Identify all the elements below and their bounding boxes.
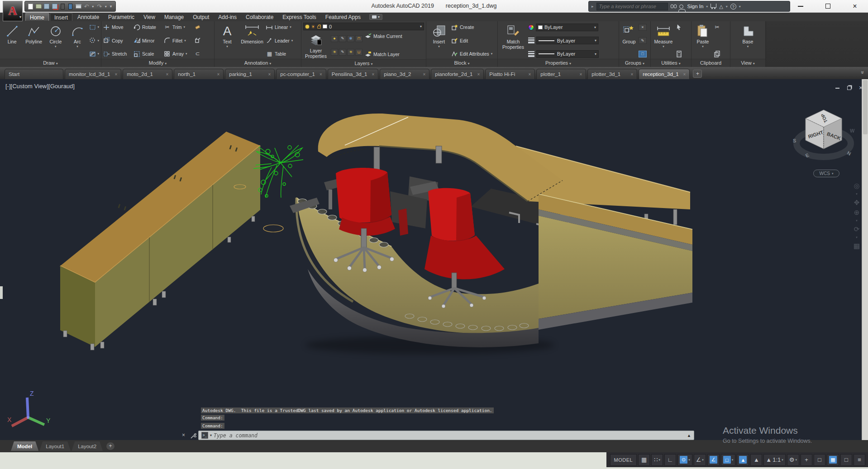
tab-overflow-icon[interactable]: » [860,71,866,74]
maximize-button[interactable] [821,2,835,11]
exchange-dropdown-icon[interactable]: ▾ [726,5,728,9]
file-tab[interactable]: Pensilina_3d_1× [328,69,379,79]
copy-clip-button[interactable] [714,50,720,57]
explode-button[interactable] [194,37,201,44]
quick-select-button[interactable] [676,24,682,31]
viewport-controls-label[interactable]: [-][Custom View][Gouraud] [5,83,75,90]
linear-dimension-button[interactable]: Linear▾ [266,24,293,31]
tab-view[interactable]: View [139,13,159,21]
layer-properties-button[interactable]: Layer Properties [303,32,329,59]
viewport-restore-button[interactable] [846,85,852,91]
panel-label-layers[interactable]: Layers ▾ [301,59,426,67]
plot-button[interactable] [76,3,82,10]
copy-button[interactable]: Copy [103,37,132,44]
layer-lock-button[interactable]: ⊓ [355,35,362,42]
ellipse-button[interactable]: ▾ [89,37,100,44]
offset-button[interactable]: ⊂ [194,50,201,57]
search-input[interactable] [596,3,668,10]
measure-button[interactable]: Measure ▾ [653,23,674,58]
drawing-canvas[interactable]: Z X Y [0,79,868,440]
base-button[interactable]: Base ▾ [737,23,759,58]
group-selection-toggle[interactable]: □ [639,50,647,57]
paste-button[interactable]: Paste ▾ [693,23,712,58]
erase-button[interactable] [194,24,201,31]
array-button[interactable]: Array▾ [164,50,193,57]
tab-insert[interactable]: Insert [50,13,72,21]
file-tab[interactable]: moto_2d_1× [123,69,172,79]
layer-dropdown[interactable]: ☀ 0 ▾ [303,23,424,30]
file-tab[interactable]: Piatto Hi-Fi× [485,69,535,79]
panel-label-utilities[interactable]: Utilities ▾ [651,59,691,67]
save-to-mobile-button[interactable] [67,3,74,10]
dimension-button[interactable]: Dimension [239,23,265,58]
save-button[interactable] [43,3,50,10]
sign-in-button[interactable]: Sign In [687,4,704,9]
file-tab[interactable]: parking_1× [225,69,275,79]
undo-button[interactable]: ↶ [83,3,90,10]
table-button[interactable]: ▦Table [266,50,293,57]
tab-featured-apps[interactable]: Featured Apps [321,13,365,21]
object-snap-button[interactable]: □▾ [721,454,736,466]
open-file-button[interactable] [36,3,42,10]
clean-screen-button[interactable]: □ [840,454,852,466]
help-icon[interactable]: ? [730,4,736,9]
new-file-button[interactable] [28,3,34,10]
panel-label-draw[interactable]: Draw ▾ [0,59,101,67]
annotation-scale-button[interactable]: ▲1:1▾ [763,454,785,466]
search-expand-icon[interactable]: ▸ [591,4,594,9]
ungroup-button[interactable]: × [639,24,647,31]
linetype-dropdown[interactable]: ByLayer ▾ [536,37,599,44]
match-properties-button[interactable]: Match Properties [500,23,527,58]
make-current-button[interactable]: Make Current [365,33,402,40]
orbit-icon[interactable]: ⟳ [854,226,860,232]
file-tab[interactable]: piano_3d_2× [380,69,429,79]
help-dropdown-icon[interactable]: ▾ [739,5,741,9]
command-recent-dropdown[interactable]: ▾ [210,433,212,437]
file-tab[interactable]: monitor_lcd_3d_1× [65,69,121,79]
redo-dropdown[interactable]: ▾ [104,3,107,10]
object-snap-tracking-button[interactable]: ∠ [707,454,720,466]
group-edit-button[interactable]: ✎ [639,37,647,44]
panel-label-view[interactable]: View ▾ [730,59,765,67]
layer-on-button[interactable]: ☀ [331,49,338,56]
panel-label-block[interactable]: Block ▾ [426,59,497,67]
zoom-icon[interactable]: ⊕ [854,209,860,216]
tab-layout1[interactable]: Layout1 [39,441,71,451]
save-as-button[interactable] [52,3,58,10]
pan-icon[interactable]: ✥ [854,199,860,206]
tab-express-tools[interactable]: Express Tools [278,13,320,21]
panel-label-annotation[interactable]: Annotation ▾ [215,59,301,67]
showmotion-icon[interactable]: ▦ [854,242,860,249]
scale-button[interactable]: Scale [134,50,162,57]
viewport-minimize-button[interactable] [834,85,840,91]
text-button[interactable]: A Text ▾ [216,23,238,58]
drawing-viewport[interactable]: [-][Custom View][Gouraud] × [0,79,868,440]
file-tab-start[interactable]: Start [5,69,63,79]
model-space-button[interactable]: MODEL [610,454,637,466]
cut-button[interactable]: ✂ [714,24,720,31]
panel-label-groups[interactable]: Groups ▾ [619,59,650,67]
customization-button[interactable]: ≡ [854,454,865,466]
undo-dropdown[interactable]: ▾ [91,3,95,10]
wcs-dropdown[interactable]: WCS▾ [813,170,839,177]
edit-attributes-button[interactable]: Edit Attributes▾ [451,50,492,57]
tab-collaborate[interactable]: Collaborate [242,13,277,21]
redo-button[interactable]: ↷ [96,3,103,10]
tab-parametric[interactable]: Parametric [104,13,138,21]
quick-calc-button[interactable] [676,50,682,57]
polyline-button[interactable]: Polyline [24,23,44,58]
workspace-switching-button[interactable]: ⚙▾ [787,454,799,466]
annotation-visibility-button[interactable]: ▲ [737,454,749,466]
leader-button[interactable]: Leader▾ [266,37,293,44]
viewcube[interactable]: S E N W TOP RIGHT BACK [791,93,859,169]
layer-off-button[interactable]: ● [331,35,338,42]
autoscale-button[interactable]: ▲ [750,454,762,466]
minimize-button[interactable] [794,2,807,11]
move-button[interactable]: Move [103,24,132,31]
polar-tracking-button[interactable]: ⊙▾ [677,454,692,466]
plant-wireframe[interactable] [253,145,303,198]
layer-freeze-button[interactable]: ❄ [347,35,354,42]
rotate-button[interactable]: Rotate [134,24,162,31]
viewport-scrollbar[interactable] [862,79,868,440]
hatch-button[interactable]: ▾ [89,50,100,57]
